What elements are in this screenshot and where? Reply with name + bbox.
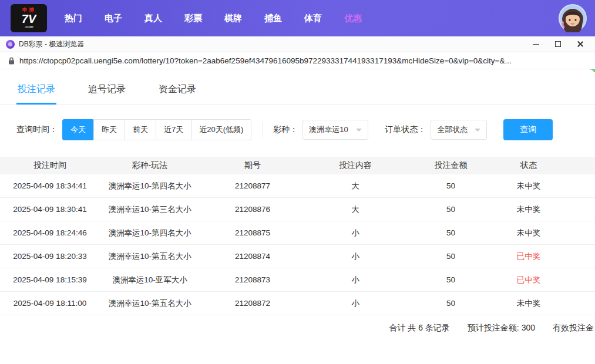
close-button[interactable] — [572, 38, 589, 50]
column-header: 状态 — [496, 160, 561, 171]
cell-game-play: 澳洲幸运10-第四名大小 — [100, 228, 200, 238]
cell-bet-amount: 50 — [405, 252, 496, 261]
status-select[interactable]: 全部状态 — [431, 120, 487, 140]
lock-icon — [8, 57, 15, 65]
minimize-icon — [533, 44, 539, 45]
page-content: 投注记录 追号记录 资金记录 查询时间： 今天 昨天 前天 近7天 近20天(低… — [0, 69, 595, 364]
footer-valid-amount: 有效投注金 — [553, 323, 594, 333]
nav-item-cards[interactable]: 棋牌 — [224, 13, 242, 24]
cell-status: 未中奖 — [496, 228, 561, 238]
table-header: 投注时间彩种-玩法期号投注内容投注金额状态 — [0, 157, 595, 174]
table-row: 2025-04-09 18:24:46澳洲幸运10-第四名大小21208875小… — [0, 221, 595, 245]
nav-item-fishing[interactable]: 捕鱼 — [264, 13, 282, 24]
cell-issue: 21208876 — [200, 205, 305, 214]
lottery-filter-label: 彩种： — [273, 124, 298, 135]
nav-item-sports[interactable]: 体育 — [304, 13, 322, 24]
bet-records-table: 投注时间彩种-玩法期号投注内容投注金额状态 2025-04-09 18:34:4… — [0, 157, 595, 341]
cell-bet-time: 2025-04-09 18:30:41 — [0, 205, 100, 214]
filter-divider — [262, 122, 263, 137]
table-body: 2025-04-09 18:34:41澳洲幸运10-第四名大小21208877大… — [0, 174, 595, 315]
cell-status: 已中奖 — [496, 251, 561, 262]
cell-bet-amount: 50 — [405, 205, 496, 214]
lottery-select-value: 澳洲幸运10 — [309, 124, 348, 135]
cell-bet-amount: 50 — [405, 181, 496, 190]
browser-titlebar: DB彩票 - 极速浏览器 — [0, 36, 595, 52]
avatar[interactable] — [559, 4, 587, 32]
table-row: 2025-04-09 18:20:33澳洲幸运10-第五名大小21208874小… — [0, 245, 595, 268]
cell-bet-content: 小 — [305, 275, 405, 285]
window-title: DB彩票 - 极速浏览器 — [19, 39, 84, 49]
query-button[interactable]: 查询 — [503, 119, 553, 140]
status-select-value: 全部状态 — [437, 124, 468, 135]
cell-game-play: 澳洲幸运10-亚军大小 — [100, 275, 200, 285]
cell-bet-content: 小 — [305, 228, 405, 238]
cell-game-play: 澳洲幸运10-第五名大小 — [100, 298, 200, 309]
cell-bet-content: 小 — [305, 298, 405, 309]
table-row: 2025-04-09 18:34:41澳洲幸运10-第四名大小21208877大… — [0, 174, 595, 198]
cell-bet-time: 2025-04-09 18:15:39 — [0, 275, 100, 284]
cell-game-play: 澳洲幸运10-第五名大小 — [100, 251, 200, 262]
site-navbar: 申博 7V .com 热门 电子 真人 彩票 棋牌 捕鱼 体育 优惠 — [0, 0, 595, 36]
footer-total: 合计 共 6 条记录 — [389, 323, 449, 333]
tab-bet-records[interactable]: 投注记录 — [16, 77, 56, 105]
browser-favicon — [6, 40, 15, 49]
tab-fund-records[interactable]: 资金记录 — [157, 77, 197, 105]
window-controls — [527, 38, 589, 50]
nav-item-promo[interactable]: 优惠 — [344, 13, 362, 24]
cell-status: 未中奖 — [496, 298, 561, 309]
lottery-select[interactable]: 澳洲幸运10 — [302, 120, 368, 140]
logo-text-7v: 7V — [22, 13, 36, 25]
site-nav-items: 热门 电子 真人 彩票 棋牌 捕鱼 体育 优惠 — [65, 13, 362, 24]
cell-game-play: 澳洲幸运10-第四名大小 — [100, 181, 200, 191]
cell-status: 未中奖 — [496, 204, 561, 215]
nav-item-lottery[interactable]: 彩票 — [184, 13, 202, 24]
maximize-button[interactable] — [549, 38, 567, 50]
cell-status: 已中奖 — [496, 275, 561, 285]
tab-chase-records[interactable]: 追号记录 — [87, 77, 127, 105]
cell-bet-time: 2025-04-09 18:11:00 — [0, 299, 100, 308]
footer-expected-amount: 预计投注金额: 300 — [468, 323, 535, 333]
cell-status: 未中奖 — [496, 181, 561, 191]
records-card: 投注记录 追号记录 资金记录 查询时间： 今天 昨天 前天 近7天 近20天(低… — [0, 69, 595, 341]
site-logo[interactable]: 申博 7V .com — [11, 4, 47, 32]
cell-issue: 21208872 — [200, 299, 305, 308]
column-header: 期号 — [200, 160, 305, 171]
table-row: 2025-04-09 18:30:41澳洲幸运10-第三名大小21208876大… — [0, 198, 595, 221]
cell-issue: 21208874 — [200, 252, 305, 261]
column-header: 彩种-玩法 — [100, 160, 200, 171]
browser-addressbar[interactable]: https://ctopcp02pcali.uengi5e.com/lotter… — [0, 52, 595, 69]
cell-issue: 21208875 — [200, 228, 305, 237]
time-option-today[interactable]: 今天 — [62, 119, 94, 140]
status-filter-label: 订单状态： — [385, 124, 426, 135]
cell-bet-content: 小 — [305, 251, 405, 262]
time-option-20days[interactable]: 近20天(低频) — [191, 119, 251, 140]
cell-bet-amount: 50 — [405, 228, 496, 237]
chevron-down-icon — [356, 129, 362, 132]
logo-text-com: .com — [24, 25, 33, 29]
column-header: 投注时间 — [0, 160, 100, 171]
cell-bet-time: 2025-04-09 18:20:33 — [0, 252, 100, 261]
cell-bet-amount: 50 — [405, 299, 496, 308]
nav-item-hot[interactable]: 热门 — [65, 13, 82, 24]
cell-game-play: 澳洲幸运10-第三名大小 — [100, 204, 200, 215]
nav-item-slots[interactable]: 电子 — [105, 13, 122, 24]
table-footer: 合计 共 6 条记录 预计投注金额: 300 有效投注金 — [0, 315, 595, 341]
close-icon — [577, 41, 584, 48]
url-text: https://ctopcp02pcali.uengi5e.com/lotter… — [19, 56, 512, 65]
cell-bet-time: 2025-04-09 18:24:46 — [0, 228, 100, 237]
cell-issue: 21208877 — [200, 181, 305, 190]
cell-bet-content: 大 — [305, 181, 405, 191]
column-header: 投注内容 — [305, 160, 405, 171]
cell-bet-amount: 50 — [405, 275, 496, 284]
table-row: 2025-04-09 18:11:00澳洲幸运10-第五名大小21208872小… — [0, 292, 595, 315]
chevron-down-icon — [475, 129, 480, 132]
filter-bar: 查询时间： 今天 昨天 前天 近7天 近20天(低频) 彩种： 澳洲幸运10 订… — [16, 119, 595, 140]
time-option-daybefore[interactable]: 前天 — [125, 119, 156, 140]
time-option-7days[interactable]: 近7天 — [156, 119, 191, 140]
nav-item-live[interactable]: 真人 — [144, 13, 162, 24]
cell-bet-content: 大 — [305, 204, 405, 215]
column-header: 投注金额 — [405, 160, 496, 171]
time-filter-group: 今天 昨天 前天 近7天 近20天(低频) — [62, 119, 251, 140]
time-option-yesterday[interactable]: 昨天 — [93, 119, 125, 140]
minimize-button[interactable] — [527, 38, 544, 50]
